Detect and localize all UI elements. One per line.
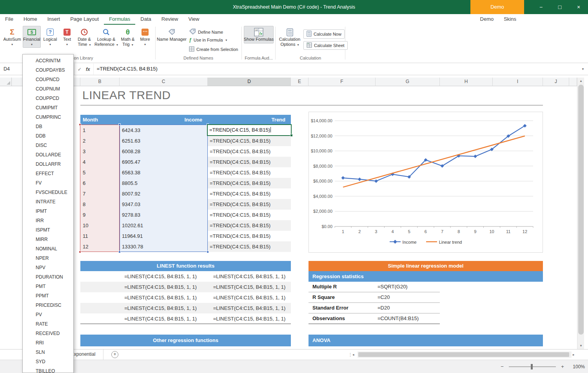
linest-cell[interactable]: =LINEST(C4:C15, B4:B15, 1, 1) [116,282,205,292]
menu-tab-page-layout[interactable]: Page Layout [65,14,104,25]
column-header-E[interactable]: E [291,78,309,86]
ribbon-button-lookup-reference[interactable]: Lookup &Reference ▾ [94,26,118,49]
cell-month[interactable]: 2 [80,136,120,146]
menu-tab-demo[interactable]: Demo [475,14,499,25]
select-all-corner[interactable] [0,78,12,86]
column-header-trend[interactable]: Trend [208,115,291,125]
tab-bar-splitter[interactable]: ⋮ [348,349,352,360]
cell-month[interactable]: 4 [80,157,120,167]
ribbon-button-date-time[interactable]: Date &Time ▾ [75,26,93,49]
menu-item-sln[interactable]: SLN [23,348,73,357]
cell-month[interactable]: 5 [80,167,120,178]
ribbon-button-calculate-now[interactable]: Calculate Now [303,29,345,39]
cell-month[interactable]: 12 [80,241,120,252]
menu-tab-home[interactable]: Home [18,14,42,25]
menu-item-dollarfr[interactable]: DOLLARFR [23,159,73,169]
menu-item-ddb[interactable]: DDB [23,131,73,141]
cell-month[interactable]: 9 [80,210,120,220]
insert-function-button[interactable]: fx [86,67,90,72]
column-header-F[interactable]: F [309,78,376,86]
cell-trend[interactable]: =TREND(C4:C15, B4:B15) [208,220,291,231]
cell-income[interactable]: 8805.5 [120,178,208,188]
menu-item-dollarde[interactable]: DOLLARDE [23,150,73,159]
cell-trend[interactable]: =TREND(C4:C15, B4:B15) [208,188,291,199]
legend-item-linear-trend[interactable]: Linear trend [426,240,462,244]
cell-income[interactable]: 10202.61 [120,220,208,231]
ribbon-button-use-in-formula[interactable]: ƒUse in Formula▾ [189,37,227,43]
menu-item-pmt[interactable]: PMT [23,282,73,291]
menu-item-effect[interactable]: EFFECT [23,169,73,178]
menu-item-nominal[interactable]: NOMINAL [23,244,73,253]
linest-cell[interactable]: =LINEST(C4:C15, B4:B15, 1, 1) [208,292,291,303]
menu-tab-insert[interactable]: Insert [42,14,65,25]
minimize-button[interactable]: − [532,0,550,14]
cell-income[interactable]: 8007.92 [120,188,208,199]
scroll-down-button[interactable]: ▾ [577,342,584,349]
column-header-J[interactable]: J [543,78,569,86]
ribbon-button-name-manager[interactable]: Name Manager [157,26,187,43]
cell-month[interactable]: 1 [80,125,120,136]
menu-item-npv[interactable]: NPV [23,263,73,272]
cell-month[interactable]: 11 [80,231,120,241]
menu-tab-formulas[interactable]: Formulas [104,14,135,25]
menu-item-coupnum[interactable]: COUPNUM [23,84,73,94]
ribbon-button-autosum[interactable]: ΣAutoSum▾ [2,26,22,48]
cell-month[interactable]: 8 [80,199,120,210]
cell-trend[interactable]: =TREND(C4:C15, B4:B15) [208,157,291,167]
menu-item-pv[interactable]: PV [23,310,73,319]
column-header-G[interactable]: G [376,78,440,86]
cell-income[interactable]: 6563.38 [120,167,208,178]
stat-value[interactable]: =SQRT(G20) [377,282,408,292]
demo-badge-button[interactable]: Demo [470,0,524,14]
linest-cell[interactable]: =LINEST(C4:C15, B4:B15, 1, 1) [208,303,291,313]
maximize-button[interactable]: □ [550,0,569,14]
linest-cell[interactable]: =LINEST(C4:C15, B4:B15, 1, 1) [208,282,291,292]
linest-cell[interactable]: =LINEST(C4:C15, B4:B15, 1, 1) [116,271,205,282]
ribbon-button-more[interactable]: ⋯More▾ [137,26,153,48]
cell-trend[interactable]: =TREND(C4:C15, B4:B15) [208,241,291,252]
scroll-right-button[interactable]: ▸ [573,349,575,360]
menu-item-coupdaybs[interactable]: COUPDAYBS [23,65,73,75]
zoom-slider-thumb[interactable] [531,364,533,369]
cell-month[interactable]: 6 [80,178,120,188]
menu-item-pricedisc[interactable]: PRICEDISC [23,301,73,310]
cell-income[interactable]: 13330.78 [120,241,208,252]
cell-trend[interactable]: =TREND(C4:C15, B4:B15) [208,167,291,178]
column-header-I[interactable]: I [493,78,543,86]
menu-tab-review[interactable]: Review [156,14,183,25]
column-header-B[interactable]: B [80,78,120,86]
active-cell-editor[interactable]: =TREND(C4:C15, B4:B15) [207,124,292,136]
menu-item-ipmt[interactable]: IPMT [23,206,73,216]
cell-income[interactable]: 6424.33 [120,125,208,136]
horizontal-scroll-thumb[interactable] [358,352,569,357]
cell-trend[interactable]: =TREND(C4:C15, B4:B15) [208,146,291,157]
legend-item-income[interactable]: Income [390,240,417,244]
menu-item-cumprinc[interactable]: CUMPRINC [23,112,73,122]
menu-item-mirr[interactable]: MIRR [23,235,73,244]
fill-handle[interactable] [290,134,293,137]
cell-month[interactable]: 7 [80,188,120,199]
menu-item-ppmt[interactable]: PPMT [23,291,73,301]
cell-month[interactable]: 10 [80,220,120,231]
expand-formula-bar-button[interactable]: ▾ [578,63,588,75]
horizontal-scrollbar[interactable] [358,351,572,358]
vertical-scroll-thumb[interactable] [578,85,584,335]
menu-item-ispmt[interactable]: ISPMT [23,225,73,235]
trend-chart[interactable]: $0.00$2,000.00$4,000.00$6,000.00$8,000.0… [309,112,543,253]
ribbon-button-text[interactable]: TText▾ [60,26,74,48]
menu-item-couppcd[interactable]: COUPPCD [23,94,73,103]
menu-item-rri[interactable]: RRI [23,338,73,348]
menu-item-tbilleq[interactable]: TBILLEQ [23,366,73,373]
linest-cell[interactable]: =LINEST(C4:C15, B4:B15, 1, 1) [116,303,205,313]
linest-cell[interactable]: =LINEST(C4:C15, B4:B15, 1, 1) [116,292,205,303]
menu-tab-file[interactable]: File [0,14,18,25]
ribbon-button-calculate-sheet[interactable]: Calculate Sheet [303,41,348,50]
cell-income[interactable]: 6251.63 [120,136,208,146]
formula-input[interactable]: =TREND(C4:C15, B4:B15) [94,63,578,75]
ribbon-button-show-formulas[interactable]: 12fxShow Formulas [244,26,274,43]
ribbon-button-calculation-options[interactable]: CalculationOptions ▾ [278,26,302,49]
cell-trend[interactable]: =TREND(C4:C15, B4:B15) [208,136,291,146]
cell-trend[interactable]: =TREND(C4:C15, B4:B15) [208,178,291,188]
add-sheet-button[interactable]: + [111,351,118,358]
menu-item-coupncd[interactable]: COUPNCD [23,75,73,84]
